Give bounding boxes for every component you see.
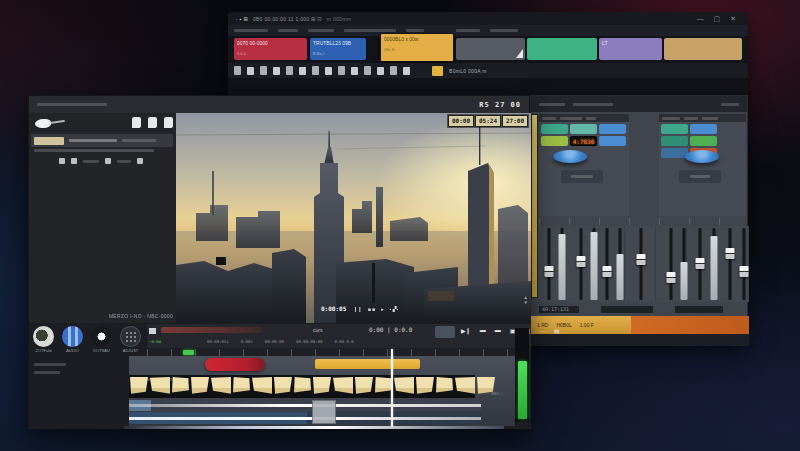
channel-button[interactable]: [661, 148, 688, 158]
tool-icon[interactable]: [338, 66, 345, 75]
channel-button[interactable]: 4:7030: [570, 136, 597, 146]
tool-icon[interactable]: [351, 67, 358, 75]
playhead[interactable]: [391, 349, 393, 427]
playback-icons[interactable]: ❙❙■ ■▸▪ ▞▪: [353, 306, 398, 312]
grid-view-icon[interactable]: [164, 117, 173, 128]
tool-icon[interactable]: [260, 66, 267, 75]
fader-slot[interactable]: [614, 228, 626, 300]
track-label[interactable]: [34, 371, 60, 374]
timeline-window-menubar[interactable]: [228, 25, 748, 36]
channel-button[interactable]: [690, 124, 717, 134]
tool-icon[interactable]: [377, 67, 384, 75]
tool-icon[interactable]: [234, 66, 241, 75]
transport-icon[interactable]: ▶❙: [461, 327, 471, 334]
preview-scroll-arrows[interactable]: ▴ ▾: [524, 295, 527, 305]
dock-app[interactable]: ZOTFald: [33, 326, 54, 360]
timeline-clip[interactable]: 0070 00-0000 9 0 0 · ·: [234, 38, 307, 60]
channel-button[interactable]: [661, 124, 688, 134]
tool-icon[interactable]: [403, 67, 410, 75]
mini-icon[interactable]: [59, 158, 65, 164]
transport-icon[interactable]: ⋯: [539, 327, 545, 334]
overlay-clip-yellow[interactable]: [315, 359, 420, 369]
track-label[interactable]: [34, 363, 66, 366]
playback-icon[interactable]: ▪ ▞▪: [390, 306, 399, 312]
fader-slot[interactable]: [635, 228, 647, 300]
editor-titlebar[interactable]: R5 27 00: [29, 96, 529, 113]
audio-track-2[interactable]: [129, 412, 481, 424]
menu-item[interactable]: [406, 29, 424, 32]
timeline-clip[interactable]: · ·: [527, 38, 597, 60]
dock-app-icon[interactable]: [120, 326, 141, 347]
fader-slot[interactable]: [556, 228, 568, 300]
fader-cap[interactable]: [667, 272, 676, 283]
channel-button[interactable]: [541, 136, 568, 146]
transport-icon[interactable]: ▬: [495, 327, 501, 334]
fader-slot[interactable]: [738, 228, 750, 300]
menu-item[interactable]: [490, 29, 518, 32]
transport-icon[interactable]: ▤: [554, 327, 560, 334]
dock-app[interactable]: ADJUST: [120, 326, 141, 360]
dock-app-icon[interactable]: [91, 326, 112, 347]
timeline-clip[interactable]: [456, 38, 525, 60]
timeline-clip[interactable]: 0000BL0 x 00w 0Bc 8 ·: [380, 33, 454, 62]
tool-icon[interactable]: [390, 66, 397, 75]
timeline-clip[interactable]: LT: [599, 38, 662, 60]
mini-icon[interactable]: [71, 158, 77, 164]
channel-button[interactable]: [690, 136, 717, 146]
tool-icon[interactable]: [299, 67, 306, 75]
timeline-ruler[interactable]: [147, 349, 531, 356]
channel-button[interactable]: [541, 124, 568, 134]
menu-item[interactable]: [234, 29, 268, 32]
tool-icon[interactable]: [247, 67, 254, 75]
audio-track-1[interactable]: [129, 400, 481, 411]
fader-slot[interactable]: [601, 228, 613, 300]
tool-icon[interactable]: [286, 66, 293, 75]
fader-cap[interactable]: [696, 258, 705, 269]
playback-icon[interactable]: ❙❙: [353, 306, 361, 312]
fader-cap[interactable]: [637, 254, 646, 265]
tool-icon[interactable]: [312, 66, 319, 75]
fader-cap[interactable]: [603, 266, 612, 277]
fader-slot[interactable]: [678, 228, 690, 300]
tool-icon[interactable]: [273, 67, 280, 75]
menu-item[interactable]: [308, 29, 334, 32]
video-track-filmstrip[interactable]: [129, 375, 475, 398]
channel-button[interactable]: [599, 136, 626, 146]
play-marker[interactable]: [183, 350, 194, 355]
playback-icon[interactable]: ■ ■: [368, 306, 375, 312]
fader-slot[interactable]: [694, 228, 706, 300]
preview-mini-button[interactable]: [435, 326, 455, 338]
dock-app[interactable]: DOTSAU: [91, 326, 112, 360]
clip-icon[interactable]: [149, 328, 156, 334]
fader-cap[interactable]: [726, 248, 735, 259]
channel-button[interactable]: [661, 136, 688, 146]
fader-slot[interactable]: [588, 228, 600, 300]
channel-button[interactable]: [570, 124, 597, 134]
tool-icon[interactable]: [364, 66, 371, 75]
fader-slot[interactable]: [575, 228, 587, 300]
import-icon[interactable]: [132, 117, 141, 128]
window-controls[interactable]: — ▢ ✕: [697, 15, 740, 23]
fader-cap[interactable]: [740, 266, 749, 277]
audio-clip-boundary[interactable]: [312, 400, 336, 424]
library-selected-item[interactable]: [31, 134, 173, 147]
fader-cap[interactable]: [577, 256, 586, 267]
channel-button[interactable]: [599, 124, 626, 134]
transport-icon[interactable]: ▬: [480, 327, 486, 334]
dock-app-icon[interactable]: [33, 326, 54, 347]
fader-slot[interactable]: [708, 228, 720, 300]
menu-item[interactable]: [344, 29, 396, 32]
video-preview[interactable]: 00:0005:2427:00 0:00:05 ❙❙■ ■▸▪ ▞▪ ▴ ▾: [176, 113, 531, 323]
timeline-window-titlebar[interactable]: · ▪ ⊞ 0B0 00:00:00 11 1:000 ⊞ ⊡ m 000mm …: [228, 12, 748, 25]
timeline-clip[interactable]: · ·: [664, 38, 742, 60]
playback-controls[interactable]: 0:00:05 ❙❙■ ■▸▪ ▞▪: [321, 305, 398, 312]
fader-cap[interactable]: [545, 266, 554, 277]
dock-app[interactable]: AUDIO: [62, 326, 83, 360]
mini-icon[interactable]: [105, 158, 111, 164]
list-view-icon[interactable]: [148, 117, 157, 128]
mini-icon[interactable]: [137, 158, 143, 164]
bottom-bar-item[interactable]: 1.00 F: [580, 322, 594, 328]
timeline-clip[interactable]: TRUTBLL23 09B B Ba ≡: [310, 38, 366, 60]
fader-slot[interactable]: [543, 228, 555, 300]
overlay-clip-red[interactable]: [205, 358, 265, 371]
